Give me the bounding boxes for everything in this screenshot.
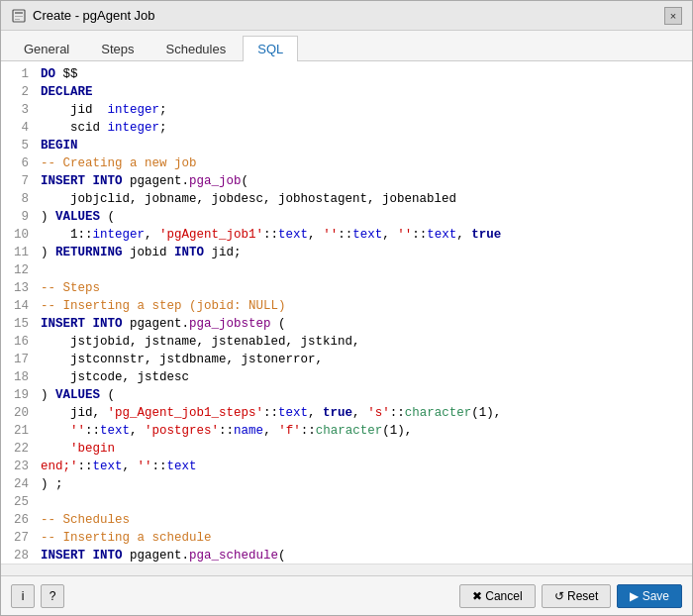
code-line: 2 DECLARE xyxy=(1,83,692,101)
reset-button[interactable]: ↺ Reset xyxy=(542,584,612,608)
code-line: 5 BEGIN xyxy=(1,137,692,154)
code-line: 18 jstcode, jstdesc xyxy=(1,368,692,386)
code-line: 28 INSERT INTO pgagent.pga_schedule( xyxy=(1,547,692,564)
code-line: 25 xyxy=(1,493,692,511)
cancel-button[interactable]: ✖ Cancel xyxy=(459,584,536,608)
window-title: Create - pgAgent Job xyxy=(33,8,155,23)
code-line: 20 jid, 'pg_Agent_job1_steps'::text, tru… xyxy=(1,404,692,422)
code-line: 15 INSERT INTO pgagent.pga_jobstep ( xyxy=(1,315,692,333)
code-line: 23 end;'::text, ''::text xyxy=(1,458,692,475)
code-line: 16 jstjobid, jstname, jstenabled, jstkin… xyxy=(1,333,692,351)
help-button[interactable]: ? xyxy=(41,584,64,608)
code-line: 22 'begin xyxy=(1,440,692,458)
code-line: 26 -- Schedules xyxy=(1,511,692,529)
code-line: 4 scid integer; xyxy=(1,119,692,137)
bottom-bar: i ? ✖ Cancel ↺ Reset ▶ Save xyxy=(1,575,692,615)
code-line: 24 ) ; xyxy=(1,475,692,493)
bottom-left-buttons: i ? xyxy=(11,584,64,608)
code-line: 12 xyxy=(1,261,692,279)
code-line: 9 ) VALUES ( xyxy=(1,208,692,226)
title-bar: Create - pgAgent Job × xyxy=(1,1,692,31)
tab-general[interactable]: General xyxy=(9,36,84,61)
code-line: 7 INSERT INTO pgagent.pga_job( xyxy=(1,172,692,190)
code-line: 6 -- Creating a new job xyxy=(1,154,692,172)
code-line: 8 jobjclid, jobname, jobdesc, jobhostage… xyxy=(1,190,692,208)
code-line: 19 ) VALUES ( xyxy=(1,386,692,404)
svg-rect-3 xyxy=(15,19,20,20)
bottom-right-buttons: ✖ Cancel ↺ Reset ▶ Save xyxy=(459,584,682,608)
code-line: 10 1::integer, 'pgAgent_job1'::text, '':… xyxy=(1,226,692,244)
code-line: 13 -- Steps xyxy=(1,279,692,297)
close-button[interactable]: × xyxy=(664,7,682,25)
info-button[interactable]: i xyxy=(11,584,35,608)
tab-sql[interactable]: SQL xyxy=(243,36,298,61)
main-window: Create - pgAgent Job × General Steps Sch… xyxy=(0,0,693,616)
window-icon xyxy=(11,8,27,24)
title-bar-left: Create - pgAgent Job xyxy=(11,8,155,24)
sql-editor: 1 DO $$ 2 DECLARE 3 jid integer; 4 scid … xyxy=(1,61,692,575)
code-line: 1 DO $$ xyxy=(1,65,692,83)
code-line: 14 -- Inserting a step (jobid: NULL) xyxy=(1,297,692,315)
code-line: 17 jstconnstr, jstdbname, jstonerror, xyxy=(1,351,692,368)
tab-steps[interactable]: Steps xyxy=(86,36,148,61)
tab-schedules[interactable]: Schedules xyxy=(151,36,242,61)
tabs-bar: General Steps Schedules SQL xyxy=(1,31,692,61)
code-line: 11 ) RETURNING jobid INTO jid; xyxy=(1,244,692,261)
horizontal-scrollbar[interactable] xyxy=(1,564,692,575)
code-line: 21 ''::text, 'postgres'::name, 'f'::char… xyxy=(1,422,692,440)
save-button[interactable]: ▶ Save xyxy=(617,584,682,608)
code-line: 3 jid integer; xyxy=(1,101,692,119)
svg-rect-1 xyxy=(15,12,23,14)
code-line: 27 -- Inserting a schedule xyxy=(1,529,692,547)
svg-rect-2 xyxy=(15,16,23,17)
code-area[interactable]: 1 DO $$ 2 DECLARE 3 jid integer; 4 scid … xyxy=(1,61,692,564)
